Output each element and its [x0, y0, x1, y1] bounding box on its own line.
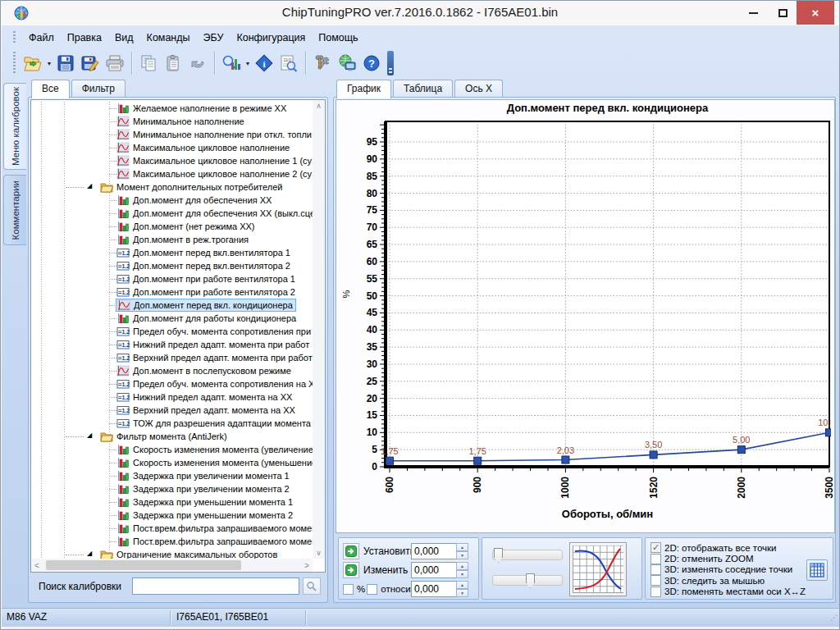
menu-grip[interactable] — [13, 31, 16, 44]
tree-item[interactable]: =1.2ТОЖ для разрешения адаптации момента — [31, 417, 313, 430]
relative-checkbox[interactable] — [367, 584, 377, 595]
menu-вид[interactable]: Вид — [108, 30, 140, 45]
spin-up-icon[interactable]: ▲ — [456, 581, 468, 589]
rotation-slider-2[interactable] — [492, 575, 563, 586]
scroll-left-icon[interactable]: < — [31, 561, 43, 570]
tree-item[interactable]: Максимальное цикловое наполнение — [31, 141, 313, 154]
copy-button[interactable] — [136, 50, 161, 76]
tab-все[interactable]: Все — [31, 80, 70, 98]
slider-thumb[interactable] — [494, 548, 503, 563]
side-tab-comments[interactable]: Комментарии — [3, 175, 26, 245]
checkbox[interactable] — [651, 554, 661, 564]
tree-item[interactable]: Доп.момент перед вкл. кондиционера — [31, 299, 313, 312]
tree-item[interactable]: Минимальное наполнение — [31, 115, 313, 128]
spin-down-icon[interactable]: ▼ — [456, 551, 468, 559]
tree-item[interactable]: =1.2Нижний предел адапт. момента при раб… — [31, 338, 313, 351]
spin-down-icon[interactable]: ▼ — [456, 589, 468, 597]
set-value-button[interactable] — [343, 543, 359, 559]
data-point[interactable] — [562, 456, 569, 463]
scroll-down-icon[interactable]: ∨ — [316, 547, 322, 559]
undo-button[interactable] — [185, 50, 210, 76]
open-file-button[interactable] — [21, 50, 45, 76]
checkbox[interactable] — [651, 587, 661, 597]
minimize-button[interactable] — [739, 1, 767, 25]
tree-item[interactable]: Минимальное наполнение при откл. топли — [31, 128, 313, 141]
set-value-input[interactable] — [411, 543, 456, 559]
tree-item[interactable]: Задержка при увеличении момента 1 — [31, 469, 313, 482]
data-point[interactable] — [474, 457, 482, 464]
tree-item[interactable]: =1.2Доп.момент перед вкл.вентилятора 2 — [31, 259, 313, 272]
tree-item[interactable]: =1.2Нижний предел адапт. момента на ХХ — [31, 390, 313, 404]
data-point[interactable] — [826, 429, 833, 436]
print-button[interactable] — [103, 50, 127, 76]
dropdown-caret-icon[interactable]: ▼ — [244, 50, 252, 76]
tree-horizontal-scrollbar[interactable]: <> — [31, 559, 313, 572]
data-point[interactable] — [386, 457, 394, 464]
tree-item[interactable]: Желаемое наполнение в режиме ХХ — [31, 102, 313, 115]
tree-item[interactable]: =1.2Доп.момент при работе вентилятора 2 — [31, 285, 313, 299]
tree-item[interactable]: =1.2Верхний предел адапт. момента на ХХ — [31, 404, 313, 417]
tree-item[interactable]: =1.2Предел обуч. момента сопротивления н… — [31, 377, 313, 390]
tab-график[interactable]: График — [336, 80, 391, 98]
checkbox[interactable] — [651, 575, 661, 586]
expander-icon[interactable]: ◢ — [87, 182, 92, 189]
checkbox[interactable]: ✓ — [651, 542, 661, 553]
tree-item[interactable]: Максимальное цикловое наполнение 2 (су — [31, 167, 313, 180]
tree-item[interactable]: Доп.момент для обеспечения ХХ (выкл.сце — [31, 207, 313, 220]
tree-item[interactable]: Максимальное цикловое наполнение 1 (су — [31, 154, 313, 167]
internet-button[interactable] — [335, 50, 359, 76]
menu-правка[interactable]: Правка — [61, 30, 108, 45]
tree-item[interactable]: Задержка при уменьшении момента 2 — [31, 509, 313, 522]
rotation-slider-1[interactable] — [492, 550, 563, 560]
save-button[interactable] — [53, 50, 78, 76]
side-tab-calibration-menu[interactable]: Меню калибровок — [3, 83, 26, 170]
view-mode-button[interactable] — [219, 50, 244, 76]
menu-помощь[interactable]: Помощь — [312, 30, 364, 45]
search-button[interactable] — [303, 578, 321, 595]
tree-folder[interactable]: ◢Фильтр момента (AntiJerk) — [31, 430, 313, 443]
expander-icon[interactable]: ◢ — [87, 550, 92, 557]
tab-ось-x[interactable]: Ось X — [454, 80, 503, 98]
tab-фильтр[interactable]: Фильтр — [71, 80, 126, 98]
tree-item[interactable]: =1.2Верхний предел адапт. момента при ра… — [31, 351, 313, 364]
tab-таблица[interactable]: Таблица — [393, 80, 453, 98]
tree-item[interactable]: =1.2Доп.момент при работе вентилятора 1 — [31, 272, 313, 285]
data-point[interactable] — [737, 446, 745, 454]
toolbar-grip[interactable] — [13, 52, 16, 75]
paste-button[interactable] — [161, 50, 185, 76]
save-as-button[interactable] — [78, 50, 103, 76]
expander-icon[interactable]: ◢ — [87, 431, 92, 439]
spin-down-icon[interactable]: ▼ — [456, 570, 468, 578]
close-button[interactable]: × — [797, 1, 834, 25]
info-button[interactable]: i — [252, 50, 276, 76]
tree-item[interactable]: Пост.врем.фильтра запрашиваемого момен — [31, 535, 313, 548]
percent-checkbox[interactable] — [343, 584, 354, 595]
toolbar-overflow[interactable] — [387, 51, 394, 75]
tree-item[interactable]: Доп.момент для работы кондиционера — [31, 312, 313, 325]
slider-thumb[interactable] — [526, 573, 535, 588]
tree-item[interactable]: Доп.момент для обеспечения ХХ — [31, 194, 313, 207]
tree-folder[interactable]: ◢Ограничение максимальных оборотов — [31, 548, 313, 559]
search-input[interactable] — [132, 578, 299, 595]
change-value-button[interactable] — [343, 562, 359, 578]
tree-vertical-scrollbar[interactable]: ∧∨ — [313, 100, 325, 559]
spin-up-icon[interactable]: ▲ — [456, 543, 468, 551]
menu-файл[interactable]: Файл — [22, 30, 61, 45]
tree-folder[interactable]: ◢Момент дополнительных потребителей — [31, 180, 313, 194]
relative-value-input[interactable] — [411, 581, 456, 597]
menu-конфигурация[interactable]: Конфигурация — [230, 30, 312, 45]
resize-grip[interactable]: ⋰ — [830, 614, 838, 622]
tree-item[interactable]: Задержка при увеличении момента 2 — [31, 482, 313, 495]
menu-команды[interactable]: Команды — [140, 30, 197, 45]
maximize-button[interactable] — [769, 1, 797, 25]
data-point[interactable] — [650, 451, 657, 459]
tools-button[interactable] — [310, 50, 335, 76]
change-value-input[interactable] — [411, 562, 456, 578]
tree-item[interactable]: Пост.врем.фильтра запрашиваемого момен — [31, 522, 313, 535]
tree-item[interactable]: =1.2Предел обуч. момента сопротивления п… — [31, 325, 313, 338]
tree-item[interactable]: Задержка при уменьшении момента 1 — [31, 495, 313, 509]
tree-item[interactable]: Доп.момент в послепусковом режиме — [31, 364, 313, 377]
spin-up-icon[interactable]: ▲ — [456, 562, 468, 570]
tree-item[interactable]: Скорость изменения момента (увеличение — [31, 443, 313, 456]
scroll-right-icon[interactable]: > — [301, 561, 313, 570]
